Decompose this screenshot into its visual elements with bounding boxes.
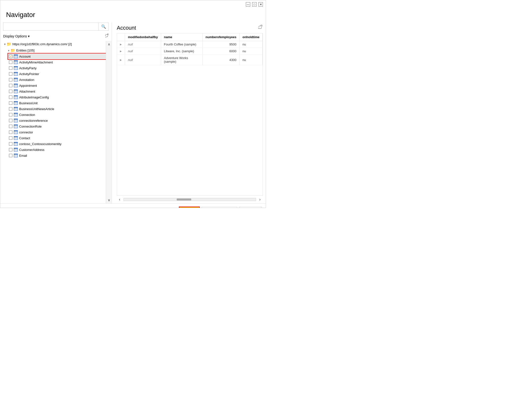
scrollbar-track[interactable] [124,198,256,201]
tree-item[interactable]: Email [8,153,112,158]
title-bar: — □ ✕ [0,0,266,9]
close-button[interactable]: ✕ [258,2,263,7]
tree-item[interactable]: BusinessUnitNewsArticle [8,106,112,112]
tree-item-checkbox[interactable] [9,72,12,76]
scroll-arrows: ∧ ∨ [106,41,112,203]
tree-item-checkbox[interactable] [9,119,12,122]
search-input[interactable] [3,23,99,30]
tree-item-checkbox[interactable] [9,55,12,58]
tree-item-checkbox[interactable] [9,107,12,110]
maximize-button[interactable]: □ [252,2,256,7]
tree-item[interactable]: connectionreference [8,118,112,123]
tree-item-label: ActivityPointer [19,72,39,76]
table-icon [14,154,18,158]
tree-item[interactable]: AttributeImageConfig [8,94,112,100]
tree-item[interactable]: Account [8,53,112,59]
cell-numberofemployees: 9500 [202,41,239,48]
tree-root-node[interactable]: 📁 https://org1d1f903c.crm.dynamics.com/ … [2,41,112,47]
right-header: Account [117,23,266,33]
display-options-button[interactable]: Display Options ▾ [3,34,30,38]
table-icon [14,136,18,140]
entities-expand-icon [8,49,10,52]
svg-rect-0 [107,34,108,35]
entities-section: 📁 Entities [105] AccountActivityMimeAtta… [6,47,112,158]
table-body: ▶nullFourth Coffee (sample)9500nu▶nullLi… [117,41,263,65]
tree-items-container: AccountActivityMimeAttachmentActivityPar… [6,53,112,158]
tree-item-checkbox[interactable] [9,125,12,128]
tree-item-label: Annotation [19,78,34,82]
table-icon [14,84,18,88]
cell-onholdtime: nu [239,55,262,65]
tree-item-label: Account [19,55,31,58]
transform-data-button[interactable]: Transform Data [202,207,237,208]
scroll-right-button[interactable]: › [257,197,263,202]
tree-item-checkbox[interactable] [9,60,12,64]
search-bar: 🔍 [3,23,109,31]
folder-icon: 📁 [7,42,11,46]
tree-item-checkbox[interactable] [9,96,12,99]
tree-item-checkbox[interactable] [9,113,12,116]
cell-onholdtime: nu [239,48,262,55]
tree-item-checkbox[interactable] [9,101,12,105]
tree-expand-icon [4,42,6,46]
cancel-button[interactable]: Cancel [239,207,262,208]
col-header-name[interactable]: name [161,33,202,41]
tree-item[interactable]: BusinessUnit [8,100,112,106]
col-header-onholdtime[interactable]: onholdtime [239,33,262,41]
data-table-container: modifiedonbehalfby name numberofemployee… [117,33,263,196]
table-row: ▶nullAdventure Works (sample)4300nu [117,55,263,65]
entities-group-label: Entities [105] [16,49,34,52]
tree-item-checkbox[interactable] [9,84,12,87]
tree-item[interactable]: Connection [8,112,112,118]
tree-item-checkbox[interactable] [9,148,12,151]
table-icon [14,78,18,82]
scroll-down-arrow[interactable]: ∨ [106,198,111,202]
tree-item-checkbox[interactable] [9,154,12,157]
table-icon [14,95,18,99]
scroll-left-button[interactable]: ‹ [117,197,123,202]
data-refresh-icon[interactable] [257,25,263,31]
row-indicator: ▶ [117,55,125,65]
tree-item-checkbox[interactable] [9,142,12,146]
tree-item[interactable]: Contact [8,135,112,141]
tree-item[interactable]: ActivityPointer [8,71,112,77]
tree-item-checkbox[interactable] [9,130,12,134]
table-icon [14,124,18,128]
tree-item-label: contoso_Contosocustomentity [19,142,61,146]
table-icon [14,148,18,152]
table-row: ▶nullFourth Coffee (sample)9500nu [117,41,263,48]
tree-item-label: ActivityMimeAttachment [19,60,53,64]
tree-item[interactable]: contoso_Contosocustomentity [8,141,112,147]
tree-item[interactable]: ActivityMimeAttachment [8,59,112,65]
refresh-icon[interactable] [104,34,109,39]
load-button[interactable]: Load [179,207,200,208]
tree-item[interactable]: Appointment [8,83,112,89]
col-header-numberofemployees[interactable]: numberofemployees [202,33,239,41]
tree-item-checkbox[interactable] [9,66,12,70]
entities-group-node[interactable]: 📁 Entities [105] [6,47,112,53]
tree-item[interactable]: Attachment [8,89,112,94]
cell-numberofemployees: 6000 [202,48,239,55]
tree-item-label: Attachment [19,90,35,93]
tree-item-checkbox[interactable] [9,78,12,81]
col-header-modifiedonbehalfby[interactable]: modifiedonbehalfby [125,33,161,41]
tree-item[interactable]: CustomerAddress [8,147,112,153]
cell-onholdtime: nu [239,41,262,48]
tree-item[interactable]: ActivityParty [8,65,112,71]
tree-item-checkbox[interactable] [9,136,12,140]
tree-item[interactable]: ConnectionRole [8,123,112,129]
cell-modifiedonbehalfby: null [125,55,161,65]
tree-item[interactable]: connector [8,129,112,135]
tree-item-checkbox[interactable] [9,90,12,93]
scroll-up-arrow[interactable]: ∧ [106,42,111,47]
tree-item[interactable]: Annotation [8,77,112,83]
scrollbar-thumb [177,198,191,200]
search-button[interactable]: 🔍 [99,23,108,30]
main-layout: 🔍 Display Options ▾ [0,23,266,203]
table-header-row: modifiedonbehalfby name numberofemployee… [117,33,263,41]
page-title: Navigator [0,9,266,23]
bottom-bar: Load Transform Data Cancel [0,203,266,208]
cell-name: Adventure Works (sample) [161,55,202,65]
table-icon [14,142,18,146]
minimize-button[interactable]: — [246,2,250,7]
